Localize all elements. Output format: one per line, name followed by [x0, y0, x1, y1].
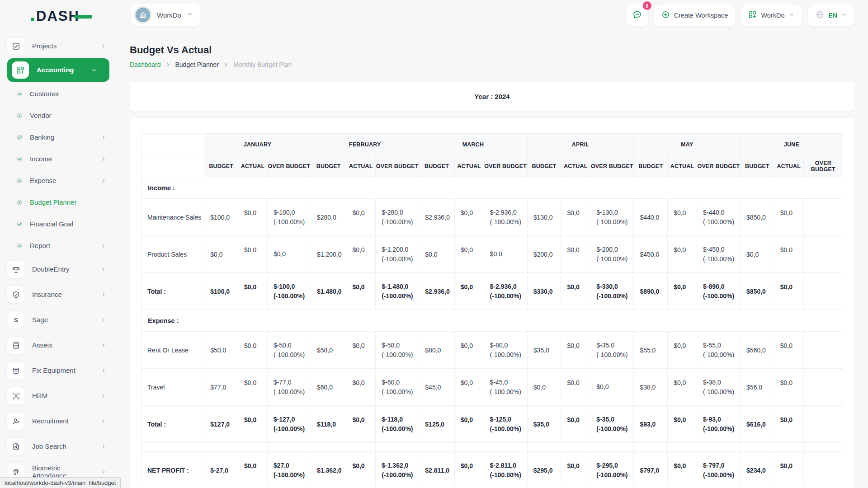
spacer-cell — [774, 443, 803, 452]
cell-total-january-over-budget: $-100,0 (-100.00%) — [267, 273, 311, 310]
cell-rent-or-lease-april-budget: $35,0 — [527, 332, 561, 369]
spacer-cell — [741, 443, 774, 452]
cell-total-january-over-budget: $-127,0 (-100.00%) — [267, 406, 311, 443]
cell-rent-or-lease-april-over-budget: $-35,0 (-100.00%) — [590, 332, 634, 369]
cell-net-profit-may-actual: $0,0 — [668, 452, 697, 487]
language-selector[interactable]: EN — [808, 5, 854, 26]
cell-total-march-over-budget: $-125,0 (-100.00%) — [484, 406, 527, 443]
sidebar-item-label: Recruitment — [32, 417, 69, 425]
sidebar-item-fix-equipment[interactable]: Fix Equipment — [0, 358, 118, 383]
sidebar-item-doubleentry[interactable]: DoubleEntry — [0, 257, 118, 282]
cell-maintenance-sales-june-budget: $850,0 — [741, 199, 774, 236]
subheader-may-over-budget: OVER BUDGET — [697, 155, 740, 177]
sidebar-item-budget-planner[interactable]: Budget Planner — [0, 192, 118, 213]
sidebar-item-sage[interactable]: SSage — [0, 307, 118, 333]
subheader-april-budget: BUDGET — [527, 155, 561, 177]
chevron-down-icon — [187, 11, 193, 19]
cell-total-may-budget: $93,0 — [634, 406, 668, 443]
subheader-april-actual: ACTUAL — [561, 155, 590, 177]
chevron-right-icon — [100, 243, 107, 249]
sidebar-item-job-search[interactable]: Job Search — [0, 434, 118, 459]
sidebar-item-label: Projects — [32, 42, 57, 50]
breadcrumb-dashboard[interactable]: Dashboard — [130, 61, 161, 68]
cell-net-profit-may-over-budget: $-797,0 (-100.00%) — [697, 452, 740, 487]
row-label-maintenance-sales: Maintenance Sales — [142, 199, 204, 236]
cell-total-june-budget: $850,0 — [741, 273, 774, 310]
cell-product-sales-january-actual: $0,0 — [238, 236, 268, 273]
spacer-cell — [590, 443, 634, 452]
create-workspace-button[interactable]: Create Workspace — [654, 5, 736, 26]
cell-total-june-budget: $616,0 — [741, 406, 774, 443]
sidebar-item-expense[interactable]: Expense — [0, 170, 118, 192]
sidebar-item-customer[interactable]: Customer — [0, 83, 118, 105]
cell-maintenance-sales-may-budget: $440,0 — [634, 199, 668, 236]
sidebar-item-report[interactable]: Report — [0, 235, 118, 257]
cell-net-profit-june-over-budget — [803, 452, 843, 487]
cell-total-may-over-budget: $-93,0 (-100.00%) — [697, 406, 740, 443]
sidebar-item-accounting[interactable]: Accounting — [7, 58, 109, 82]
messages-button[interactable]: 0 — [627, 5, 648, 26]
year-header-text: Year : 2024 — [474, 93, 509, 100]
sidebar-item-financial-goal[interactable]: Financial Goal — [0, 213, 118, 235]
cell-maintenance-sales-march-budget: $2.936,0 — [419, 199, 454, 236]
row-label-travel: Travel — [142, 369, 204, 406]
circle-check-icon — [16, 199, 23, 206]
chevron-right-icon — [223, 62, 229, 67]
cell-net-profit-january-over-budget: $27,0 (-100.00%) — [267, 452, 311, 487]
breadcrumb: Dashboard Budget Planner Monthly Budget … — [130, 61, 854, 68]
status-url: localhost/workdo-dash-v3/main_file/budge… — [5, 479, 116, 486]
spacer-cell — [204, 443, 238, 452]
cell-rent-or-lease-april-actual: $0,0 — [561, 332, 590, 369]
sage-s-icon: S — [7, 311, 24, 328]
circle-check-icon — [16, 221, 23, 227]
budget-vs-actual-table: JANUARYFEBRUARYMARCHAPRILMAYJUNEBUDGETAC… — [141, 133, 843, 486]
sidebar-item-label: Budget Planner — [30, 198, 76, 206]
cell-total-february-over-budget: $-1.480,0 (-100.00%) — [376, 273, 419, 310]
subheader-january-actual: ACTUAL — [238, 155, 268, 177]
workdo-menu-button[interactable]: WorkDo — [741, 5, 802, 26]
cell-maintenance-sales-june-over-budget — [803, 199, 843, 236]
row-label-net-profit: NET PROFIT : — [142, 452, 204, 487]
cell-rent-or-lease-may-over-budget: $-55,0 (-100.00%) — [697, 332, 740, 369]
cell-net-profit-april-over-budget: $-295,0 (-100.00%) — [590, 452, 634, 487]
cell-travel-february-over-budget: $-60,0 (-100.00%) — [376, 369, 419, 406]
archive-icon — [7, 362, 24, 379]
breadcrumb-budget-planner[interactable]: Budget Planner — [175, 61, 219, 68]
sidebar-item-hrm[interactable]: HRM — [0, 383, 118, 408]
cell-product-sales-february-budget: $1.200,0 — [311, 236, 346, 273]
circle-check-icon — [16, 91, 23, 97]
subheader-june-over-budget: OVER BUDGET — [803, 155, 843, 177]
cell-travel-april-actual: $0,0 — [561, 369, 590, 406]
subheader-march-actual: ACTUAL — [454, 155, 484, 177]
subheader-may-budget: BUDGET — [634, 155, 668, 177]
row-label-total: Total : — [142, 273, 204, 310]
budget-table-scroll-area[interactable]: JANUARYFEBRUARYMARCHAPRILMAYJUNEBUDGETAC… — [141, 133, 843, 486]
spacer-cell — [668, 443, 697, 452]
circle-check-icon — [16, 113, 23, 119]
subheader-february-budget: BUDGET — [311, 155, 346, 177]
sidebar-item-insurance[interactable]: Insurance — [0, 282, 118, 307]
grid-plus-icon — [748, 10, 757, 20]
sidebar-item-label: Sage — [32, 316, 48, 324]
cell-travel-january-over-budget: $-77,0 (-100.00%) — [267, 369, 311, 406]
cell-maintenance-sales-april-actual: $0,0 — [561, 199, 590, 236]
breadcrumb-current: Monthly Budget Plan — [233, 61, 292, 68]
sidebar-item-label: Customer — [30, 90, 59, 98]
sidebar-item-vendor[interactable]: Vendor — [0, 105, 118, 127]
sidebar-item-income[interactable]: Income — [0, 148, 118, 170]
sidebar-item-assets[interactable]: Assets — [0, 333, 118, 358]
cell-total-april-over-budget: $-330,0 (-100.00%) — [590, 273, 634, 310]
month-header-january: JANUARY — [204, 134, 311, 155]
cell-product-sales-may-actual: $0,0 — [668, 236, 697, 273]
sidebar-item-projects[interactable]: Projects — [0, 35, 118, 57]
sidebar-item-recruitment[interactable]: Recruitment — [0, 408, 118, 434]
cell-rent-or-lease-january-over-budget: $-50,0 (-100.00%) — [267, 332, 311, 369]
cell-rent-or-lease-may-budget: $55,0 — [634, 332, 668, 369]
workspace-selector[interactable]: WorkDo — [131, 4, 200, 26]
sidebar-item-label: Report — [30, 242, 50, 249]
row-label-product-sales: Product Sales — [142, 236, 204, 273]
svg-text:S: S — [14, 316, 18, 323]
row-label-rent-or-lease: Rent Or Lease — [142, 332, 204, 369]
cell-maintenance-sales-january-budget: $100,0 — [204, 199, 238, 236]
sidebar-item-banking[interactable]: Banking — [0, 127, 118, 148]
